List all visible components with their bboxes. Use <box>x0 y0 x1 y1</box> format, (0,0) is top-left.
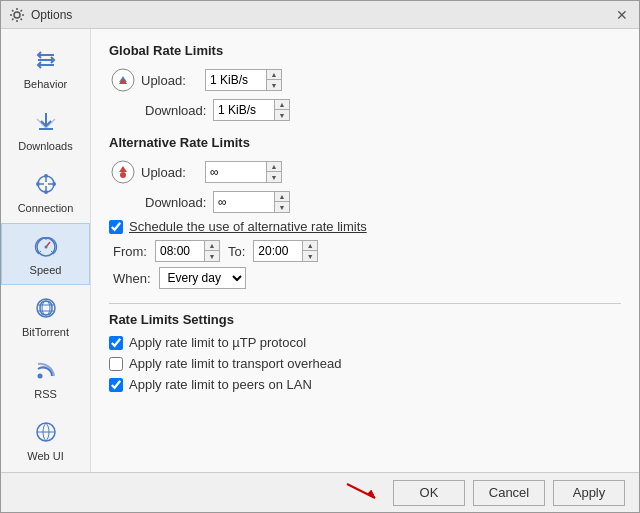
when-select[interactable]: Every day Weekdays Weekends <box>159 267 246 289</box>
schedule-checkbox[interactable] <box>109 220 123 234</box>
speed-icon <box>32 232 60 260</box>
sidebar-item-behavior-label: Behavior <box>24 78 67 90</box>
ok-button[interactable]: OK <box>393 480 465 506</box>
sidebar-item-bittorrent-label: BitTorrent <box>22 326 69 338</box>
alt-download-decrement[interactable]: ▼ <box>275 202 289 212</box>
sidebar-item-speed[interactable]: Speed <box>1 223 90 285</box>
svg-point-23 <box>37 374 42 379</box>
schedule-checkbox-label[interactable]: Schedule the use of alternative rate lim… <box>129 219 367 234</box>
svg-point-8 <box>44 190 48 194</box>
to-time-group: ▲ ▼ <box>253 240 318 262</box>
apply-arrow-indicator <box>345 482 381 502</box>
sidebar-item-connection[interactable]: Connection <box>1 161 90 223</box>
rate-limits-settings-section: Rate Limits Settings Apply rate limit to… <box>109 312 621 392</box>
to-time-decrement[interactable]: ▼ <box>303 251 317 261</box>
alt-download-row: Download: ▲ ▼ <box>109 191 621 213</box>
svg-point-15 <box>44 246 47 249</box>
alt-upload-input[interactable] <box>206 162 266 182</box>
bittorrent-icon <box>32 294 60 322</box>
utp-checkbox[interactable] <box>109 336 123 350</box>
sidebar: Behavior Downloads <box>1 29 91 472</box>
sidebar-item-behavior[interactable]: Behavior <box>1 37 90 99</box>
when-row: When: Every day Weekdays Weekends <box>113 267 621 289</box>
global-download-row: Download: ▲ ▼ <box>109 99 621 121</box>
global-upload-input-group: ▲ ▼ <box>205 69 282 91</box>
global-download-decrement[interactable]: ▼ <box>275 110 289 120</box>
lan-checkbox[interactable] <box>109 378 123 392</box>
webui-icon <box>32 418 60 446</box>
cancel-button[interactable]: Cancel <box>473 480 545 506</box>
from-time-group: ▲ ▼ <box>155 240 220 262</box>
alt-rate-limits-title: Alternative Rate Limits <box>109 135 621 150</box>
global-rate-limits-title: Global Rate Limits <box>109 43 621 58</box>
svg-point-29 <box>120 172 126 178</box>
to-time-spinner: ▲ ▼ <box>302 241 317 261</box>
to-label: To: <box>228 244 245 259</box>
from-time-input[interactable] <box>156 241 204 261</box>
svg-line-16 <box>39 251 41 253</box>
apply-button[interactable]: Apply <box>553 480 625 506</box>
from-time-increment[interactable]: ▲ <box>205 241 219 251</box>
transport-label[interactable]: Apply rate limit to transport overhead <box>129 356 341 371</box>
transport-checkbox-row: Apply rate limit to transport overhead <box>109 356 621 371</box>
alt-download-input[interactable] <box>214 192 274 212</box>
from-time-spinner: ▲ ▼ <box>204 241 219 261</box>
schedule-from-to-row: From: ▲ ▼ To: ▲ ▼ <box>113 240 621 262</box>
alt-upload-icon <box>109 158 137 186</box>
window-title: Options <box>31 8 72 22</box>
rate-limits-settings-title: Rate Limits Settings <box>109 312 621 327</box>
to-time-input[interactable] <box>254 241 302 261</box>
footer: OK Cancel Apply <box>1 472 639 512</box>
schedule-checkbox-row: Schedule the use of alternative rate lim… <box>109 219 621 234</box>
alt-download-label: Download: <box>145 195 205 210</box>
alt-upload-row: Upload: ▲ ▼ <box>109 158 621 186</box>
global-download-label: Download: <box>145 103 205 118</box>
global-upload-increment[interactable]: ▲ <box>267 70 281 80</box>
behavior-icon <box>32 46 60 74</box>
global-download-increment[interactable]: ▲ <box>275 100 289 110</box>
sidebar-item-rss-label: RSS <box>34 388 57 400</box>
global-download-spinner: ▲ ▼ <box>274 100 289 120</box>
connection-icon <box>32 170 60 198</box>
svg-point-7 <box>36 182 40 186</box>
alt-rate-limits-section: Alternative Rate Limits Upload: ▲ ▼ <box>109 135 621 289</box>
when-label: When: <box>113 271 151 286</box>
global-upload-row: Upload: ▲ ▼ <box>109 66 621 94</box>
alt-upload-label: Upload: <box>141 165 201 180</box>
global-upload-decrement[interactable]: ▼ <box>267 80 281 90</box>
titlebar: Options ✕ <box>1 1 639 29</box>
sidebar-item-webui[interactable]: Web UI <box>1 409 90 471</box>
sidebar-item-speed-label: Speed <box>30 264 62 276</box>
lan-label[interactable]: Apply rate limit to peers on LAN <box>129 377 312 392</box>
svg-line-17 <box>51 251 53 253</box>
alt-download-spinner: ▲ ▼ <box>274 192 289 212</box>
svg-point-20 <box>42 301 50 315</box>
alt-download-increment[interactable]: ▲ <box>275 192 289 202</box>
utp-label[interactable]: Apply rate limit to µTP protocol <box>129 335 306 350</box>
lan-checkbox-row: Apply rate limit to peers on LAN <box>109 377 621 392</box>
sidebar-item-downloads[interactable]: Downloads <box>1 99 90 161</box>
from-label: From: <box>113 244 147 259</box>
alt-upload-input-group: ▲ ▼ <box>205 161 282 183</box>
global-download-input[interactable] <box>214 100 274 120</box>
alt-upload-increment[interactable]: ▲ <box>267 162 281 172</box>
global-upload-icon <box>109 66 137 94</box>
close-button[interactable]: ✕ <box>613 6 631 24</box>
global-rate-limits-section: Global Rate Limits Upload: ▲ ▼ <box>109 43 621 121</box>
sidebar-item-rss[interactable]: RSS <box>1 347 90 409</box>
divider <box>109 303 621 304</box>
global-upload-input[interactable] <box>206 70 266 90</box>
rss-icon <box>32 356 60 384</box>
sidebar-item-bittorrent[interactable]: BitTorrent <box>1 285 90 347</box>
sidebar-item-downloads-label: Downloads <box>18 140 72 152</box>
transport-checkbox[interactable] <box>109 357 123 371</box>
to-time-increment[interactable]: ▲ <box>303 241 317 251</box>
alt-upload-decrement[interactable]: ▼ <box>267 172 281 182</box>
options-window: Options ✕ Behavior <box>0 0 640 513</box>
from-time-decrement[interactable]: ▼ <box>205 251 219 261</box>
utp-checkbox-row: Apply rate limit to µTP protocol <box>109 335 621 350</box>
global-upload-label: Upload: <box>141 73 201 88</box>
alt-download-input-group: ▲ ▼ <box>213 191 290 213</box>
svg-point-6 <box>52 182 56 186</box>
titlebar-left: Options <box>9 7 72 23</box>
